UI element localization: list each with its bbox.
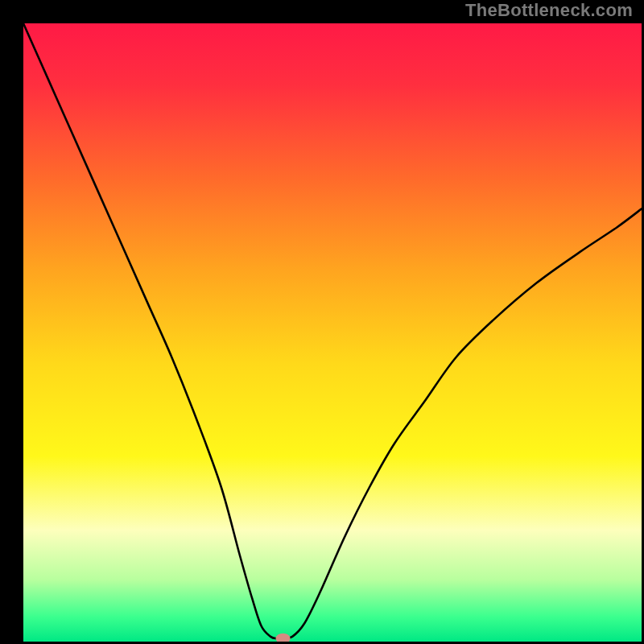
plot-area bbox=[23, 23, 642, 642]
chart-svg bbox=[23, 23, 642, 642]
chart-frame bbox=[10, 10, 634, 634]
watermark-text: TheBottleneck.com bbox=[465, 0, 633, 21]
gradient-background bbox=[23, 23, 642, 642]
